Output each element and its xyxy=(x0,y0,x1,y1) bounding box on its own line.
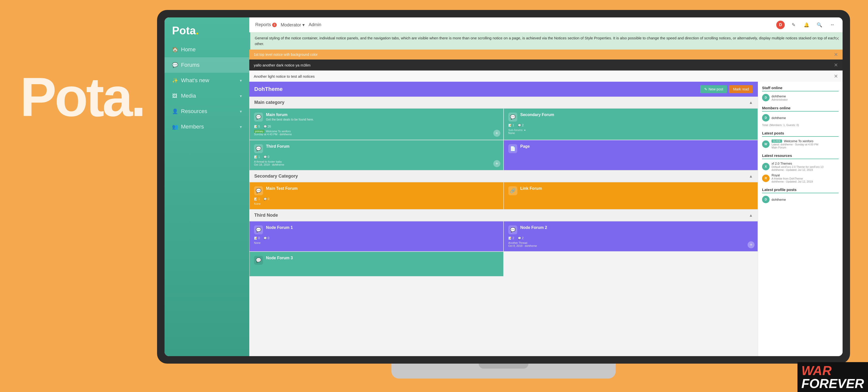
messages-icon: 💬 xyxy=(264,125,267,128)
forums-icon: 💬 xyxy=(172,62,178,68)
resource-title-2[interactable]: Royal xyxy=(772,173,813,177)
reports-link[interactable]: Reports 8 xyxy=(255,22,277,27)
notice-dark-close[interactable]: ✕ xyxy=(834,62,838,68)
main-forum-desc: Get the best deals to be found here. xyxy=(266,118,314,121)
profile-post-name[interactable]: dohtheme xyxy=(772,198,786,201)
notice-light-close[interactable]: ✕ xyxy=(834,73,838,79)
main-test-title[interactable]: Main Test Forum xyxy=(266,186,298,191)
mark-read-button[interactable]: Mark read xyxy=(729,85,753,93)
latest-posts-title: Latest posts xyxy=(762,131,839,137)
forever-text: FOREVER xyxy=(801,377,864,390)
latest-post-item: W GUIDE Welcome To xenforo Latest: dohth… xyxy=(762,139,839,149)
node1-latest: None xyxy=(254,241,499,244)
war-text: WAR xyxy=(801,364,864,377)
node2-add-btn[interactable]: + xyxy=(748,241,754,248)
third-forum-title[interactable]: Third Forum xyxy=(266,144,289,149)
main-category-grid: 💬 Main forum Get the best deals to be fo… xyxy=(249,108,758,170)
secondary-forum-title[interactable]: Secondary Forum xyxy=(520,112,554,117)
search-btn[interactable]: 🔍 xyxy=(815,21,824,29)
members-online-section: Members online D dohtheme Total: (Member… xyxy=(762,106,839,127)
resource-desc-2: A freebie from DohTheme xyxy=(772,177,813,180)
user-avatar-btn[interactable]: D xyxy=(776,21,785,29)
sidebar-item-members[interactable]: 👥 Members ▾ xyxy=(164,119,249,134)
sidebar-item-resources[interactable]: 👤 Resources ▾ xyxy=(164,104,249,119)
latest-resources-title: Latest resources xyxy=(762,154,839,159)
latest-post-title[interactable]: Welcome To xenforo xyxy=(784,139,813,143)
moderator-link[interactable]: Moderator ▾ xyxy=(281,22,305,28)
link-forum-title[interactable]: Link Forum xyxy=(520,186,542,191)
node2-title[interactable]: Node Forum 2 xyxy=(520,225,547,230)
third-forum-messages: 💬 0 xyxy=(264,155,270,159)
sidebar-label-resources: Resources xyxy=(181,108,207,115)
page-title[interactable]: Page xyxy=(520,144,530,149)
members-chevron-icon: ▾ xyxy=(240,125,242,129)
secondary-forum-messages: 💬 2 xyxy=(518,124,524,127)
forum-card-node2: 💬 Node Forum 2 📝 2 xyxy=(503,221,758,252)
alerts-btn[interactable]: 🔔 xyxy=(802,21,811,29)
secondary-forum-latest: None xyxy=(508,131,753,134)
member-name[interactable]: dohtheme xyxy=(772,116,786,120)
sidebar-item-forums[interactable]: 💬 Forums xyxy=(164,57,249,73)
main-forum-threads: 📝 5 xyxy=(254,125,260,128)
main-test-icon: 💬 xyxy=(254,186,263,195)
resource-title-1[interactable]: xf 2.0 Themes xyxy=(772,162,824,165)
main-forum-messages: 💬 26 xyxy=(264,125,271,128)
latest-profile-posts-title: Latest profile posts xyxy=(762,188,839,193)
member-avatar: D xyxy=(762,114,770,122)
node1-icon: 💬 xyxy=(254,225,263,234)
third-forum-icon: 💬 xyxy=(254,144,263,153)
node1-title[interactable]: Node Forum 1 xyxy=(266,225,293,230)
main-forum-stats: 📝 5 💬 26 xyxy=(254,125,499,128)
more-btn[interactable]: ↔ xyxy=(828,21,837,29)
compose-btn[interactable]: ✎ xyxy=(789,21,798,29)
category-main: Main category ▲ 💬 Main forum xyxy=(249,97,758,170)
resource-item-2: R Royal A freebie from DohTheme dohtheme… xyxy=(762,173,839,183)
sidebar-item-media[interactable]: 🖼 Media ▾ xyxy=(164,88,249,104)
forum-body: DohTheme ✎ New post Mark read xyxy=(249,82,843,356)
laptop-base xyxy=(391,364,616,379)
staff-role: Administrator xyxy=(772,98,788,101)
notice-orange-close[interactable]: ✕ xyxy=(834,52,838,58)
staff-avatar: D xyxy=(762,94,770,101)
node1-stats: 📝 0 💬 0 xyxy=(254,236,499,240)
node2-latest: Another Thread Oct 8, 2019 · dohtheme xyxy=(508,241,753,247)
war-forever-badge: WAR FOREVER xyxy=(798,362,868,392)
dohtheme-header: DohTheme ✎ New post Mark read xyxy=(249,82,758,97)
resources-icon: 👤 xyxy=(172,108,178,114)
third-forum-stats: 📝 1 💬 0 xyxy=(254,155,499,159)
third-forum-add-btn[interactable]: + xyxy=(493,160,500,167)
staff-name[interactable]: dohtheme xyxy=(772,94,788,98)
main-forum-add-btn[interactable]: + xyxy=(493,130,500,137)
latest-posts-section: Latest posts W GUIDE Welcome To xenforo … xyxy=(762,131,839,149)
category-secondary-title: Secondary Category xyxy=(254,173,298,179)
staff-online-title: Staff online xyxy=(762,86,839,91)
secondary-forum-stats: 📝 1 💬 2 xyxy=(508,124,753,127)
node2-icon: 💬 xyxy=(508,225,517,234)
whats-new-chevron-icon: ▾ xyxy=(240,78,242,83)
category-secondary-collapse-icon[interactable]: ▲ xyxy=(749,174,753,178)
sidebar-label-home: Home xyxy=(181,46,196,53)
media-icon: 🖼 xyxy=(172,93,178,99)
admin-link[interactable]: Admin xyxy=(309,22,321,27)
notices-area: General styling of the notice container,… xyxy=(249,32,843,82)
top-navbar: Reports 8 Moderator ▾ Admin D ✎ 🔔 🔍 ↔ xyxy=(249,18,843,32)
third-node-grid: 💬 Node Forum 1 📝 0 xyxy=(249,221,758,276)
category-third-collapse-icon[interactable]: ▲ xyxy=(749,213,753,218)
right-sidebar: Staff online D dohtheme Administrator xyxy=(758,82,843,356)
main-forum-icon: 💬 xyxy=(254,112,263,122)
new-post-icon: ✎ xyxy=(704,87,707,91)
laptop-screen: Pota. 🏠 Home 💬 Forums xyxy=(164,18,843,356)
notice-green-close[interactable]: ✕ xyxy=(835,35,840,42)
resource-avatar-1: X xyxy=(762,163,770,170)
sidebar-item-home[interactable]: 🏠 Home xyxy=(164,42,249,57)
laptop-container: Pota. 🏠 Home 💬 Forums xyxy=(157,10,850,379)
forum-card-main-forum: 💬 Main forum Get the best deals to be fo… xyxy=(249,108,503,140)
main-forum-title[interactable]: Main forum xyxy=(266,112,314,117)
forum-main-scroll: DohTheme ✎ New post Mark read xyxy=(249,82,758,356)
profile-post-avatar: D xyxy=(762,196,770,203)
navbar-icons: D ✎ 🔔 🔍 ↔ xyxy=(776,21,837,29)
category-main-collapse-icon[interactable]: ▲ xyxy=(749,100,753,105)
new-post-button[interactable]: ✎ New post xyxy=(700,85,727,93)
sidebar-item-whats-new[interactable]: ✨ What's new ▾ xyxy=(164,73,249,88)
node3-title[interactable]: Node Forum 3 xyxy=(266,256,293,260)
